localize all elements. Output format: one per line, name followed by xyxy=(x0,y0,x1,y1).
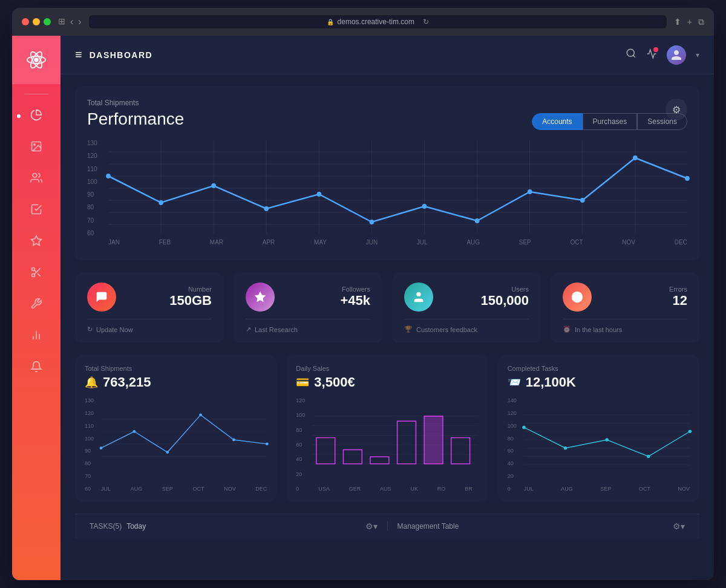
image-icon xyxy=(30,140,42,155)
browser-bar: ⊞ ‹ › 🔒 demos.creative-tim.com ↻ ⬆ + ⧉ xyxy=(12,8,714,36)
svg-rect-70 xyxy=(370,457,389,464)
new-tab-icon[interactable]: + xyxy=(687,17,692,27)
shipments-chart-svg xyxy=(101,397,267,482)
stat-icon-star xyxy=(246,283,275,312)
traffic-lights xyxy=(22,18,51,25)
share-icon[interactable]: ⬆ xyxy=(674,17,681,27)
performance-card: Total Shipments Performance Accounts Pur… xyxy=(75,87,699,261)
stat-label-1: Number xyxy=(126,286,212,293)
tasks-label: TASKS(5) xyxy=(90,522,122,531)
svg-point-42 xyxy=(475,218,480,223)
svg-line-12 xyxy=(34,270,36,272)
maximize-button[interactable] xyxy=(44,18,51,25)
stat-footer-label-1: Update Now xyxy=(96,326,133,333)
notifications-button[interactable] xyxy=(646,48,657,62)
header-title: DASHBOARD xyxy=(90,50,153,60)
sidebar-item-tasks[interactable] xyxy=(22,196,51,225)
main-content: ≡ DASHBOARD xyxy=(60,36,714,580)
url-text: demos.creative-tim.com xyxy=(338,18,414,26)
windows-icon[interactable]: ⧉ xyxy=(698,17,704,27)
tasks-date: Today xyxy=(126,522,146,531)
tasks-chart-svg xyxy=(524,397,690,482)
refresh-icon-small: ↻ xyxy=(87,325,93,333)
react-logo xyxy=(25,49,47,71)
svg-rect-72 xyxy=(425,416,443,464)
svg-point-57 xyxy=(132,430,136,433)
stat-card-followers: Followers +45k ↗ Last Research xyxy=(234,273,382,343)
svg-point-40 xyxy=(370,220,374,224)
refresh-icon[interactable]: ↻ xyxy=(423,18,429,26)
stat-footer-1[interactable]: ↻ Update Now xyxy=(87,319,212,333)
sidebar-item-bell[interactable] xyxy=(22,353,51,382)
svg-point-0 xyxy=(34,57,39,62)
tasks-subtitle: Completed Tasks xyxy=(508,365,690,372)
stat-info-4: Errors 12 xyxy=(601,286,687,309)
sidebar-logo[interactable] xyxy=(12,36,60,84)
stat-label-2: Followers xyxy=(284,286,370,293)
shipments-chart-area: 13012011010090807060 xyxy=(85,397,267,492)
scissors-icon xyxy=(30,266,42,281)
sidebar-item-settings[interactable] xyxy=(22,290,51,319)
svg-point-46 xyxy=(685,176,690,181)
bell-icon xyxy=(30,361,42,376)
svg-point-82 xyxy=(564,446,567,449)
forward-button[interactable]: › xyxy=(78,16,81,27)
tab-accounts[interactable]: Accounts xyxy=(532,113,582,130)
svg-point-36 xyxy=(159,200,163,205)
arrow-icon: ↗ xyxy=(246,325,251,333)
chart-drawing-area xyxy=(108,140,687,237)
svg-point-35 xyxy=(106,174,111,178)
search-icon[interactable] xyxy=(626,48,636,62)
svg-point-43 xyxy=(528,189,532,194)
stat-top-3: Users 150,000 xyxy=(404,283,529,312)
stat-footer-4[interactable]: ⏰ In the last hours xyxy=(563,319,687,333)
settings-button[interactable]: ⚙ xyxy=(666,99,687,120)
sidebar-item-analytics[interactable] xyxy=(22,102,51,131)
hamburger-menu[interactable]: ≡ xyxy=(75,48,82,62)
tab-purchases[interactable]: Purchases xyxy=(583,113,638,130)
sidebar-divider xyxy=(24,94,48,94)
svg-marker-47 xyxy=(255,292,266,302)
perf-subtitle: Total Shipments xyxy=(87,99,184,107)
tab-icon: ⊞ xyxy=(58,16,65,27)
svg-point-61 xyxy=(266,442,269,445)
perf-title-group: Total Shipments Performance xyxy=(87,99,184,129)
sales-subtitle: Daily Sales xyxy=(296,365,478,372)
svg-point-81 xyxy=(522,426,525,429)
sidebar-item-star[interactable] xyxy=(22,227,51,256)
y-axis-labels: 13012011010090807060 xyxy=(87,140,105,237)
close-button[interactable] xyxy=(22,18,29,25)
x-axis-labels: JANFEBMARAPRMAYJUNJULAUGSEPOCTNOVDEC xyxy=(108,239,687,246)
stat-top-1: Number 150GB xyxy=(87,283,212,312)
tab-group: Accounts Purchases Sessions xyxy=(532,113,687,130)
sidebar-item-users[interactable] xyxy=(22,165,51,194)
back-button[interactable]: ‹ xyxy=(70,16,73,27)
svg-point-85 xyxy=(688,430,691,433)
stat-footer-3[interactable]: 🏆 Customers feedback xyxy=(404,319,529,333)
content-area: Total Shipments Performance Accounts Pur… xyxy=(60,74,714,580)
sidebar-item-tools[interactable] xyxy=(22,259,51,288)
user-avatar[interactable] xyxy=(667,45,686,65)
stat-label-4: Errors xyxy=(601,286,687,293)
svg-point-37 xyxy=(211,183,216,188)
footer-settings-icon[interactable]: ⚙▾ xyxy=(365,521,378,531)
sidebar-item-images[interactable] xyxy=(22,133,51,162)
bottom-card-sales: Daily Sales 💳 3,500€ 120100806040200 xyxy=(286,355,488,501)
sidebar-item-bar-chart[interactable] xyxy=(22,322,51,351)
perf-header: Total Shipments Performance Accounts Pur… xyxy=(87,99,687,130)
svg-point-38 xyxy=(264,206,269,211)
minimize-button[interactable] xyxy=(33,18,40,25)
svg-point-41 xyxy=(422,204,427,209)
svg-point-44 xyxy=(580,198,585,203)
stat-footer-2[interactable]: ↗ Last Research xyxy=(246,319,370,333)
shipments-value: 🔔 763,215 xyxy=(85,374,267,390)
notification-dot xyxy=(653,47,658,52)
stat-value-2: +45k xyxy=(284,293,370,309)
stat-label-3: Users xyxy=(443,286,529,293)
header-right: ▾ xyxy=(626,45,699,65)
footer-management-icon[interactable]: ⚙▾ xyxy=(673,521,685,531)
bar-chart-icon xyxy=(30,329,42,344)
address-bar[interactable]: 🔒 demos.creative-tim.com ↻ xyxy=(89,15,667,28)
svg-point-48 xyxy=(416,292,420,296)
stat-value-4: 12 xyxy=(601,293,687,309)
